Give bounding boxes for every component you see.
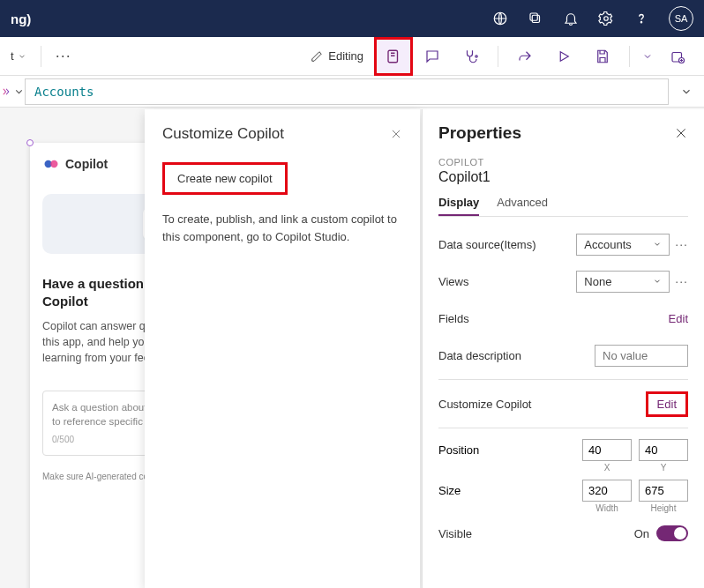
app-title: ng) [11,11,31,26]
fields-label: Fields [438,312,469,325]
divider [438,379,688,380]
share-button[interactable] [506,37,544,76]
size-width-input[interactable] [582,480,632,502]
formula-bar: Accounts [0,76,704,108]
divider [629,46,630,67]
position-y-input[interactable] [639,439,688,461]
data-source-select[interactable]: Accounts [576,234,670,256]
divider [41,46,41,67]
copy-icon[interactable] [528,11,543,26]
position-y-label: Y [661,463,667,473]
data-source-label: Data source(Items) [438,238,536,251]
environment-icon[interactable] [492,11,508,26]
tab-advanced[interactable]: Advanced [497,196,548,216]
visible-label: Visible [438,527,472,540]
size-height-label: Height [651,503,677,513]
save-button[interactable] [583,37,622,76]
formula-icon[interactable] [0,86,25,98]
svg-rect-2 [530,13,537,20]
publish-button[interactable] [658,37,697,76]
editing-label: Editing [328,49,363,63]
customize-copilot-panel: Customize Copilot Create new copilot To … [145,109,420,588]
app-header: ng) SA [0,0,704,37]
more-button[interactable]: ··· [49,43,79,69]
create-new-copilot-button[interactable]: Create new copilot [162,162,288,195]
chevron-down-button[interactable] [637,37,658,76]
avatar[interactable]: SA [669,6,693,31]
editing-button[interactable]: Editing [300,37,374,76]
tab-display[interactable]: Display [438,196,479,216]
data-source-value: Accounts [584,238,631,251]
size-width-label: Width [595,503,618,513]
svg-rect-5 [388,50,398,63]
customize-copilot-edit-link[interactable]: Edit [646,391,688,417]
visible-value: On [634,527,649,540]
copilot-icon [42,155,60,173]
component-type: COPILOT [438,157,688,167]
position-x-input[interactable] [582,439,632,461]
component-name: Copilot1 [438,169,688,185]
divider [498,46,498,67]
more-icon[interactable]: ··· [675,274,688,288]
dropdown-stub[interactable]: t [4,46,34,66]
close-icon[interactable] [674,126,688,140]
size-height-input[interactable] [639,480,688,502]
properties-tabs: Display Advanced [438,196,688,217]
views-label: Views [438,275,468,288]
svg-rect-1 [532,15,539,22]
svg-point-4 [640,22,641,23]
formula-expand[interactable] [669,86,704,98]
customize-title: Customize Copilot [162,125,284,143]
comment-button[interactable] [413,37,452,76]
position-x-label: X [604,463,610,473]
fields-edit-link[interactable]: Edit [669,312,688,325]
svg-point-10 [50,160,57,167]
size-label: Size [438,480,461,497]
help-icon[interactable] [633,11,649,26]
dropdown-stub-label: t [11,49,14,63]
settings-icon[interactable] [598,11,614,26]
copilot-label: Copilot [65,157,108,171]
stethoscope-button[interactable] [452,37,491,76]
selection-handle[interactable] [26,139,34,146]
customize-desc: To create, publish, and link a custom co… [162,211,402,245]
play-button[interactable] [544,37,583,76]
data-description-label: Data description [438,349,521,362]
notification-icon[interactable] [563,11,579,26]
views-select[interactable]: None [576,271,670,293]
position-label: Position [438,439,479,457]
properties-panel: Properties COPILOT Copilot1 Display Adva… [422,109,704,588]
more-icon[interactable]: ··· [675,237,688,251]
properties-title: Properties [438,123,521,143]
customize-copilot-label: Customize Copilot [438,398,532,411]
divider [438,428,688,428]
copilot-toolbar-button[interactable] [374,37,413,76]
close-icon[interactable] [390,128,402,140]
views-value: None [584,275,611,288]
data-description-input[interactable] [595,345,688,367]
toolbar: t ··· Editing [0,37,704,76]
visible-toggle[interactable] [656,525,688,541]
svg-point-3 [604,17,609,21]
formula-input[interactable]: Accounts [25,78,669,105]
svg-point-6 [476,55,477,56]
